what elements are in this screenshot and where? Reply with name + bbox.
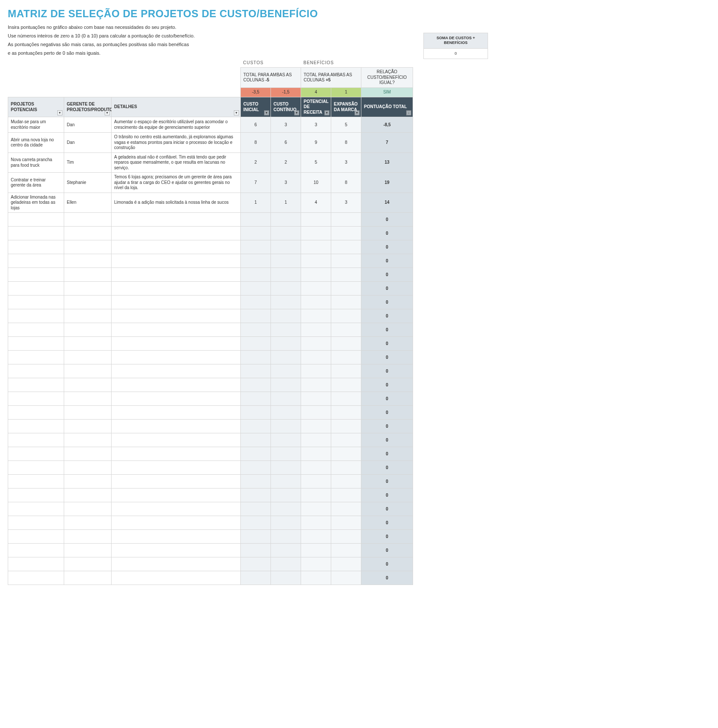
cell-benefit-revenue[interactable] <box>301 213 331 227</box>
cell-benefit-brand[interactable] <box>331 392 361 406</box>
cell-project[interactable] <box>8 502 64 516</box>
filter-icon[interactable]: ▾ <box>234 110 239 115</box>
cell-project[interactable] <box>8 420 64 433</box>
cell-cost-initial[interactable] <box>241 420 271 433</box>
cell-cost-initial[interactable]: 8 <box>241 133 271 153</box>
cell-benefit-brand[interactable] <box>331 323 361 337</box>
header-project[interactable]: PROJETOS POTENCIAIS ▾ <box>8 97 64 117</box>
cell-manager[interactable] <box>64 516 112 530</box>
cell-cost-initial[interactable] <box>241 516 271 530</box>
cell-benefit-revenue[interactable] <box>301 406 331 420</box>
cell-benefit-revenue[interactable] <box>301 502 331 516</box>
cell-manager[interactable] <box>64 296 112 309</box>
cell-details[interactable] <box>112 475 241 488</box>
cell-cost-ongoing[interactable] <box>271 571 301 585</box>
cell-cost-initial[interactable] <box>241 240 271 254</box>
cell-benefit-brand[interactable] <box>331 254 361 268</box>
cell-benefit-revenue[interactable] <box>301 571 331 585</box>
cell-cost-initial[interactable] <box>241 502 271 516</box>
filter-icon[interactable]: ▾ <box>105 110 110 115</box>
cell-cost-initial[interactable] <box>241 488 271 502</box>
cell-details[interactable] <box>112 378 241 392</box>
cell-manager[interactable] <box>64 240 112 254</box>
cell-manager[interactable] <box>64 254 112 268</box>
header-benefit-revenue[interactable]: POTENCIAL DE RECEITA ▾ <box>301 97 331 117</box>
header-score-total[interactable]: PONTUAÇÃO TOTAL ↓ <box>361 97 413 117</box>
cell-project[interactable] <box>8 433 64 447</box>
cell-cost-ongoing[interactable] <box>271 296 301 309</box>
cell-cost-ongoing[interactable] <box>271 502 301 516</box>
cell-details[interactable] <box>112 544 241 557</box>
cell-details[interactable] <box>112 309 241 323</box>
cell-details[interactable] <box>112 296 241 309</box>
cell-cost-ongoing[interactable] <box>271 337 301 351</box>
cell-cost-initial[interactable] <box>241 392 271 406</box>
weight-benefit-brand[interactable]: 1 <box>331 87 361 97</box>
cell-cost-ongoing[interactable] <box>271 420 301 433</box>
cell-details[interactable] <box>112 502 241 516</box>
cell-benefit-revenue[interactable]: 4 <box>301 193 331 213</box>
cell-cost-ongoing[interactable] <box>271 351 301 364</box>
cell-manager[interactable]: Ellen <box>64 193 112 213</box>
cell-benefit-brand[interactable]: 5 <box>331 117 361 133</box>
cell-project[interactable] <box>8 282 64 296</box>
cell-details[interactable]: A geladeira atual não é confiável. Tim e… <box>112 152 241 173</box>
weight-benefit-revenue[interactable]: 4 <box>301 87 331 97</box>
cell-manager[interactable] <box>64 282 112 296</box>
cell-project[interactable] <box>8 530 64 544</box>
cell-benefit-revenue[interactable] <box>301 364 331 378</box>
cell-cost-ongoing[interactable] <box>271 392 301 406</box>
cell-benefit-revenue[interactable] <box>301 544 331 557</box>
cell-benefit-revenue[interactable] <box>301 282 331 296</box>
cell-details[interactable] <box>112 571 241 585</box>
cell-project[interactable] <box>8 488 64 502</box>
cell-project[interactable] <box>8 475 64 488</box>
cell-manager[interactable] <box>64 502 112 516</box>
cell-manager[interactable] <box>64 213 112 227</box>
cell-cost-initial[interactable] <box>241 323 271 337</box>
weight-cost-ongoing[interactable]: -1,5 <box>271 87 301 97</box>
cell-benefit-brand[interactable] <box>331 351 361 364</box>
cell-manager[interactable] <box>64 420 112 433</box>
cell-project[interactable] <box>8 337 64 351</box>
cell-cost-ongoing[interactable] <box>271 461 301 475</box>
cell-benefit-revenue[interactable] <box>301 433 331 447</box>
cell-cost-ongoing[interactable] <box>271 227 301 240</box>
cell-cost-initial[interactable] <box>241 227 271 240</box>
header-cost-ongoing[interactable]: CUSTO CONTÍNUO ▾ <box>271 97 301 117</box>
cell-cost-ongoing[interactable] <box>271 433 301 447</box>
cell-benefit-brand[interactable] <box>331 378 361 392</box>
cell-project[interactable] <box>8 254 64 268</box>
cell-project[interactable]: Mudar-se para um escritório maior <box>8 117 64 133</box>
cell-benefit-brand[interactable]: 8 <box>331 133 361 153</box>
cell-project[interactable] <box>8 544 64 557</box>
cell-details[interactable] <box>112 282 241 296</box>
cell-details[interactable] <box>112 516 241 530</box>
filter-icon[interactable]: ▾ <box>324 110 329 115</box>
cell-manager[interactable] <box>64 323 112 337</box>
cell-benefit-brand[interactable] <box>331 296 361 309</box>
cell-benefit-brand[interactable] <box>331 406 361 420</box>
cell-project[interactable] <box>8 406 64 420</box>
cell-project[interactable] <box>8 447 64 461</box>
cell-benefit-brand[interactable] <box>331 571 361 585</box>
cell-benefit-brand[interactable] <box>331 309 361 323</box>
cell-details[interactable] <box>112 406 241 420</box>
cell-cost-initial[interactable] <box>241 268 271 282</box>
cell-benefit-brand[interactable] <box>331 240 361 254</box>
cell-project[interactable] <box>8 461 64 475</box>
cell-benefit-brand[interactable] <box>331 433 361 447</box>
cell-manager[interactable]: Tim <box>64 152 112 173</box>
cell-benefit-revenue[interactable] <box>301 323 331 337</box>
cell-cost-ongoing[interactable]: 1 <box>271 193 301 213</box>
cell-cost-initial[interactable]: 7 <box>241 173 271 193</box>
cell-benefit-brand[interactable] <box>331 364 361 378</box>
cell-details[interactable] <box>112 461 241 475</box>
cell-benefit-brand[interactable]: 3 <box>331 193 361 213</box>
cell-cost-initial[interactable] <box>241 282 271 296</box>
cell-manager[interactable]: Dan <box>64 117 112 133</box>
cell-details[interactable] <box>112 433 241 447</box>
cell-benefit-brand[interactable] <box>331 213 361 227</box>
cell-cost-initial[interactable] <box>241 557 271 571</box>
header-details[interactable]: DETALHES ▾ <box>112 97 241 117</box>
